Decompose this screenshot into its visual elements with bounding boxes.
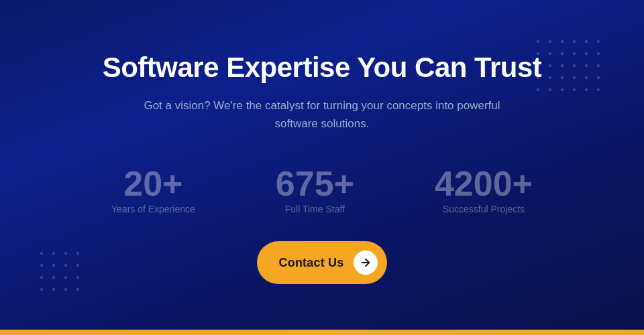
stat-projects: 4200+ Successful Projects (435, 166, 533, 214)
stat-staff: 675+ Full Time Staff (276, 166, 354, 214)
stat-experience: 20+ Years of Experience (111, 166, 195, 214)
contact-us-arrow-icon (354, 251, 378, 275)
stat-staff-number: 675+ (276, 166, 354, 201)
contact-us-button[interactable]: Contact Us (257, 241, 386, 284)
stat-experience-number: 20+ (123, 166, 182, 201)
bottom-accent-bar (0, 330, 644, 335)
hero-title: Software Expertise You Can Trust (103, 51, 542, 84)
stat-projects-number: 4200+ (435, 166, 533, 201)
stats-row: 20+ Years of Experience 675+ Full Time S… (103, 166, 542, 214)
contact-us-label: Contact Us (278, 256, 343, 270)
hero-content: Software Expertise You Can Trust Got a v… (103, 51, 542, 285)
stat-projects-label: Successful Projects (443, 204, 525, 214)
page-wrapper: Software Expertise You Can Trust Got a v… (0, 0, 644, 335)
dots-bottom-left (40, 252, 83, 295)
hero-subtitle: Got a vision? We're the catalyst for tur… (134, 96, 510, 133)
dots-top-right (537, 40, 604, 95)
stat-experience-label: Years of Experience (111, 204, 195, 214)
stat-staff-label: Full Time Staff (285, 204, 345, 214)
